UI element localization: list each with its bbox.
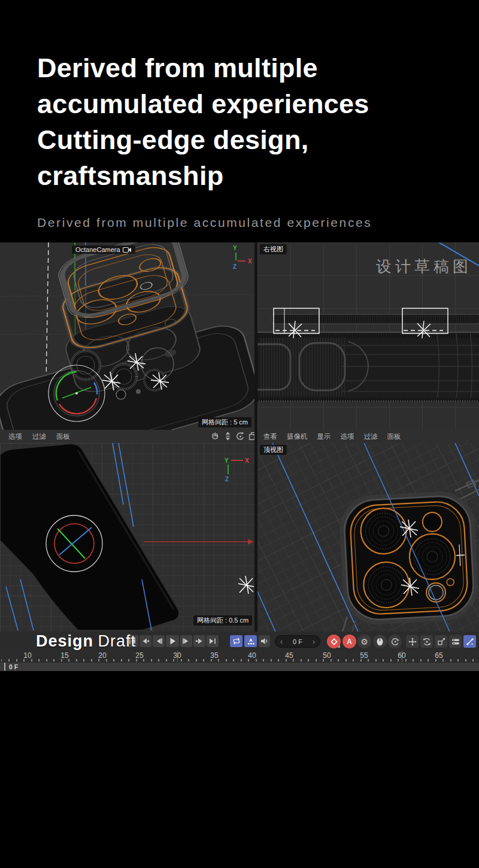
frame-value: 0 F (293, 638, 302, 645)
prev-frame-button[interactable] (153, 635, 165, 647)
viewport-menubar-left: 选项 过滤 面板 (0, 430, 254, 443)
record-diamond-icon (331, 638, 338, 645)
loop-playback-button[interactable] (230, 635, 242, 647)
svg-text:X: X (248, 258, 252, 265)
pan-hand-icon[interactable] (211, 432, 220, 441)
speaker-icon (260, 638, 268, 645)
play-range-button[interactable]: A (244, 635, 257, 647)
front-view-scene: Y X Z (0, 443, 254, 632)
camera-label[interactable]: OctaneCamera (72, 245, 135, 254)
keying-pla-button[interactable] (463, 635, 476, 648)
keying-position-button[interactable] (406, 635, 419, 648)
ruler-label: 60 (392, 651, 412, 660)
title-line: Derived from multiple (37, 50, 456, 86)
page: Derived from multiple accumulated experi… (0, 0, 479, 868)
play-button[interactable] (166, 635, 179, 647)
page-subtitle: Derived from multiple accumulated experi… (37, 216, 372, 230)
top-view-scene (257, 443, 479, 632)
menu-item[interactable]: 面板 (387, 432, 401, 441)
rotate-cursor-button[interactable] (388, 635, 402, 648)
next-frame-button[interactable] (180, 635, 192, 647)
goto-end-button[interactable] (207, 635, 219, 647)
rotation-arrows-icon (423, 638, 431, 646)
ruler-label: 10 (17, 651, 38, 660)
design-draft-caption: Design Draft (36, 632, 136, 651)
viewport-divider (254, 242, 257, 632)
mouse-icon (376, 638, 384, 646)
ruler-ticks (1, 659, 478, 661)
menu-item[interactable]: 选项 (341, 432, 354, 441)
scale-arrow-icon (437, 638, 445, 646)
sound-button[interactable] (259, 635, 270, 647)
keying-scale-button[interactable] (435, 635, 447, 648)
play-icon (169, 638, 176, 645)
prev-frame-icon (154, 638, 163, 644)
parameter-layers-icon (451, 638, 460, 645)
keyframe-selection-button[interactable] (373, 635, 387, 648)
prev-key-button[interactable] (140, 635, 151, 647)
dropdown-corner (337, 645, 340, 648)
ruler-label: 30 (167, 651, 187, 660)
perspective-scene: Y Z X (0, 242, 254, 430)
menu-item[interactable]: 面板 (56, 432, 70, 441)
frame-increment-chevron[interactable]: › (313, 638, 315, 646)
goto-end-icon (208, 638, 217, 644)
range-keys-icon: A (247, 638, 255, 645)
menu-item[interactable]: 过滤 (32, 432, 46, 441)
ruler-label: 15 (54, 651, 75, 660)
next-frame-icon (182, 638, 190, 644)
ruler-label: 65 (429, 651, 449, 660)
sketch-line (46, 242, 48, 381)
phone-silhouette (0, 444, 179, 630)
keying-parameter-button[interactable] (449, 635, 462, 648)
autokey-letter: A (347, 638, 352, 646)
viewport-menubar-right: 查看 摄像机 显示 选项 过滤 面板 (257, 430, 479, 443)
svg-text:Z: Z (233, 263, 237, 270)
next-key-button[interactable] (193, 635, 205, 647)
svg-text:Z: Z (225, 476, 229, 482)
menu-item[interactable]: 摄像机 (287, 432, 308, 441)
mic-circle (447, 578, 454, 586)
playhead-marker[interactable] (4, 663, 5, 670)
svg-text:A: A (249, 638, 253, 643)
menu-item[interactable]: 查看 (263, 432, 277, 441)
keying-rotation-button[interactable] (420, 635, 433, 648)
gear-icon: ⚙ (360, 637, 368, 647)
position-crosshair-icon (408, 638, 417, 646)
camera-label-text: OctaneCamera (75, 246, 120, 253)
axis-gizmo: Y X Z (225, 457, 249, 482)
view-label: 顶视图 (260, 445, 287, 455)
keyframe-settings-button[interactable]: ⚙ (357, 635, 371, 648)
record-keyframe-button[interactable] (327, 635, 341, 648)
svg-text:X: X (245, 457, 249, 464)
prev-key-icon (141, 638, 150, 644)
menu-item[interactable]: 选项 (8, 432, 22, 441)
menu-item[interactable]: 显示 (317, 432, 331, 441)
footer-spacer (0, 671, 479, 868)
current-frame-field[interactable]: ‹ 0 F › (275, 635, 320, 648)
playhead-frame-label: 0 F (9, 663, 18, 670)
page-title: Derived from multiple accumulated experi… (37, 50, 456, 194)
autokey-button[interactable]: A (342, 635, 356, 648)
viewport-front-view[interactable]: Y X Z (0, 443, 254, 632)
rotate-view-icon[interactable] (236, 432, 245, 441)
ruler-label: 20 (92, 651, 113, 660)
viewport-top-view[interactable] (257, 443, 479, 632)
playhead-strip[interactable] (0, 662, 479, 672)
camera-icon (123, 247, 132, 253)
rotate-ring-icon (391, 638, 399, 646)
menu-item[interactable]: 过滤 (364, 432, 378, 441)
ruler-label: 25 (129, 651, 150, 660)
dolly-icon[interactable] (223, 432, 232, 441)
loop-icon (232, 638, 241, 645)
ruler-label: 40 (242, 651, 262, 660)
grid-spacing-label: 网格间距 : 0.5 cm (193, 615, 252, 626)
viewport-perspective[interactable]: Y Z X (0, 242, 254, 430)
viewport-nav-icons (211, 432, 257, 441)
frame-decrement-chevron[interactable]: ‹ (280, 638, 283, 646)
x-axis-arrow (144, 539, 254, 545)
title-line: craftsmanship (37, 158, 456, 194)
ruler-label: 50 (317, 651, 337, 660)
pla-diagonal-icon (466, 638, 474, 646)
watermark-text: 设计草稿图 (376, 256, 472, 277)
